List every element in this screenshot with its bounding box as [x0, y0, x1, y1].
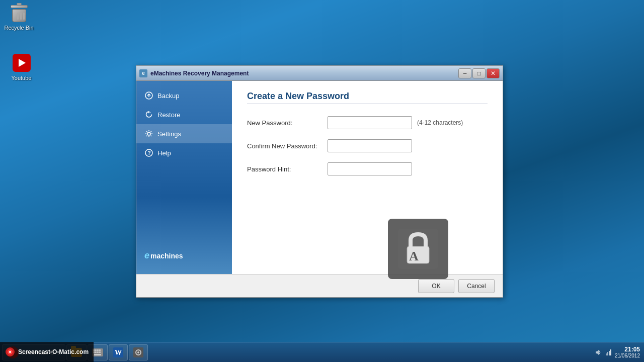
clock-time: 21:05 — [615, 346, 640, 353]
sidebar-settings-label: Settings — [157, 130, 181, 138]
svg-text:?: ? — [148, 150, 151, 156]
screencast-bar: Screencast-O-Matic.com — [0, 342, 94, 362]
svg-point-29 — [9, 351, 11, 353]
taskbar-clock: 21:05 21/06/2012 — [615, 346, 640, 358]
recycle-bin-label: Recycle Bin — [4, 25, 33, 31]
taskbar: Screencast-O-... — [0, 342, 644, 362]
sidebar-item-help[interactable]: ? Help — [136, 143, 232, 162]
window-content: Backup Restore — [136, 81, 503, 274]
svg-point-22 — [137, 351, 139, 353]
title-bar: e eMachines Recovery Management – □ ✕ — [136, 66, 503, 81]
confirm-password-label: Confirm New Password: — [247, 142, 328, 150]
sidebar-item-restore[interactable]: Restore — [136, 105, 232, 124]
taskbar-item-word[interactable]: W — [109, 344, 128, 360]
help-icon: ? — [144, 148, 153, 157]
sidebar: Backup Restore — [136, 81, 232, 274]
taskbar-item-drive[interactable] — [129, 344, 148, 360]
youtube-label: Youtube — [12, 75, 32, 81]
screencast-logo-icon — [5, 347, 15, 357]
password-hint-label: Password Hint: — [247, 165, 328, 173]
cancel-button[interactable]: Cancel — [458, 279, 495, 293]
password-hint-input[interactable] — [328, 162, 412, 175]
taskbar-tray: 21:05 21/06/2012 — [591, 346, 644, 358]
brand-prefix: e — [144, 250, 149, 261]
app-icon: e — [139, 69, 147, 77]
desktop-icon-recycle-bin[interactable]: Recycle Bin — [0, 1, 38, 33]
keyboard-icon — [92, 348, 103, 356]
clock-date: 21/06/2012 — [615, 353, 640, 358]
svg-rect-12 — [99, 349, 101, 351]
window-footer: OK Cancel — [136, 274, 503, 297]
sidebar-help-label: Help — [157, 149, 171, 157]
main-panel: Create a New Password New Password: (4-1… — [232, 81, 503, 274]
svg-rect-11 — [97, 349, 99, 351]
password-hint-row: Password Hint: — [247, 162, 488, 175]
word-icon: W — [113, 347, 123, 357]
svg-point-1 — [147, 132, 150, 135]
drive-icon — [133, 347, 143, 357]
sidebar-restore-label: Restore — [157, 111, 181, 119]
svg-rect-14 — [95, 351, 97, 353]
ime-icon: A — [398, 229, 438, 269]
panel-divider — [247, 104, 488, 104]
close-button[interactable]: ✕ — [487, 68, 500, 78]
svg-rect-10 — [95, 349, 97, 351]
restore-icon — [144, 110, 153, 119]
svg-rect-24 — [607, 352, 608, 355]
new-password-input[interactable] — [328, 116, 412, 129]
window-controls: – □ ✕ — [458, 68, 500, 78]
svg-rect-15 — [97, 351, 99, 353]
app-window: e eMachines Recovery Management – □ ✕ — [136, 65, 503, 298]
panel-title: Create a New Password — [247, 91, 488, 102]
new-password-row: New Password: (4-12 characters) — [247, 116, 488, 129]
confirm-password-row: Confirm New Password: — [247, 139, 488, 152]
sidebar-item-settings[interactable]: Settings — [136, 124, 232, 143]
new-password-label: New Password: — [247, 119, 328, 127]
sidebar-item-backup[interactable]: Backup — [136, 86, 232, 105]
speaker-icon — [595, 349, 602, 356]
svg-rect-17 — [94, 354, 101, 355]
window-title: eMachines Recovery Management — [150, 70, 458, 77]
new-password-hint: (4-12 characters) — [417, 119, 463, 126]
network-icon — [605, 349, 612, 356]
recycle-bin-icon — [9, 3, 29, 23]
svg-rect-23 — [606, 353, 607, 355]
svg-rect-16 — [99, 351, 101, 353]
desktop-icon-youtube[interactable]: Youtube — [3, 51, 40, 83]
screencast-text: Screencast-O-Matic.com — [18, 348, 89, 355]
brand-suffix: machines — [150, 252, 183, 260]
maximize-button[interactable]: □ — [472, 68, 486, 78]
sidebar-brand: e machines — [136, 242, 232, 269]
confirm-password-input[interactable] — [328, 139, 412, 152]
sidebar-backup-label: Backup — [157, 92, 179, 100]
desktop: Recycle Bin Youtube e eMachines Recovery… — [0, 0, 644, 362]
settings-icon — [144, 129, 153, 138]
svg-text:A: A — [409, 249, 419, 263]
svg-rect-25 — [609, 351, 610, 355]
ime-overlay: A — [388, 219, 448, 279]
youtube-icon — [12, 53, 32, 73]
backup-icon — [144, 91, 153, 100]
svg-text:W: W — [115, 349, 122, 356]
svg-rect-26 — [610, 349, 611, 355]
minimize-button[interactable]: – — [458, 68, 471, 78]
ok-button[interactable]: OK — [418, 279, 454, 293]
